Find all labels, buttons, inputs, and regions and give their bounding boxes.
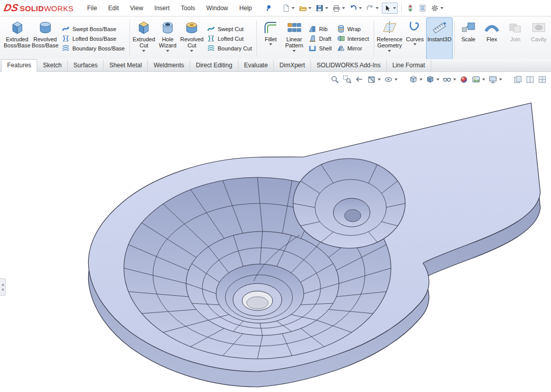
menu-tools[interactable]: Tools	[175, 0, 201, 16]
undo-dropdown-caret[interactable]	[359, 7, 362, 9]
tab-surfaces[interactable]: Surfaces	[68, 60, 103, 71]
tab-solidworks-add-ins[interactable]: SOLIDWORKS Add-Ins	[311, 60, 386, 71]
fillet-caret[interactable]	[269, 43, 272, 45]
boundary-cut-button[interactable]: Boundary Cut	[207, 44, 252, 52]
annotation-views-button[interactable]	[383, 74, 399, 85]
cavity-button[interactable]: Cavity	[527, 18, 550, 59]
tab-dimxpert[interactable]: DimXpert	[274, 60, 311, 71]
scale-label: Scale	[461, 36, 476, 42]
tab-evaluate[interactable]: Evaluate	[239, 60, 274, 71]
previous-view-button[interactable]	[354, 74, 365, 85]
hide-show-items-button[interactable]	[441, 74, 457, 85]
redo-dropdown-caret[interactable]	[376, 7, 379, 9]
wrap-button[interactable]: Wrap	[337, 25, 369, 33]
instant3d-button[interactable]: Instant3D	[427, 18, 452, 59]
revolved-boss-base-button[interactable]: Revolved Boss/Base	[31, 18, 59, 59]
new-dropdown-caret[interactable]	[292, 7, 295, 9]
reference-geometry-caret[interactable]	[388, 50, 391, 52]
zoom-to-fit-button[interactable]	[329, 74, 340, 85]
apply-scene-caret[interactable]	[482, 79, 485, 81]
collapsed-panel-tab[interactable]	[0, 278, 6, 296]
save-button[interactable]	[314, 3, 329, 13]
rebuild-button[interactable]	[405, 3, 415, 13]
part-3d-model[interactable]	[0, 72, 551, 392]
menu-window[interactable]: Window	[201, 0, 234, 16]
menu-help[interactable]: Help	[234, 0, 258, 16]
draft-button[interactable]: Draft	[308, 35, 331, 42]
apply-scene-button[interactable]	[470, 74, 486, 85]
edit-appearance-button[interactable]	[458, 74, 469, 85]
lofted-cut-button[interactable]: Lofted Cut	[207, 35, 252, 42]
save-dropdown-caret[interactable]	[325, 7, 328, 9]
menu-file[interactable]: File	[82, 0, 102, 16]
swept-boss-base-button[interactable]: Swept Boss/Base	[62, 25, 125, 33]
join-button[interactable]: Join	[504, 18, 527, 59]
view-settings-caret[interactable]	[499, 79, 502, 81]
redo-button[interactable]	[365, 3, 380, 13]
options-dropdown-caret[interactable]	[440, 7, 443, 9]
curves-icon	[407, 20, 423, 35]
select-button[interactable]	[382, 3, 398, 14]
view-orientation-caret[interactable]	[419, 79, 423, 81]
curves-button[interactable]: Curves	[403, 18, 427, 59]
linear-pattern-caret[interactable]	[293, 50, 296, 52]
curves-caret[interactable]	[413, 43, 416, 45]
revolved-cut-button[interactable]: Revolved Cut	[179, 18, 204, 59]
shell-button[interactable]: Shell	[308, 44, 331, 52]
tab-line-format[interactable]: Line Format	[387, 60, 431, 71]
reference-geometry-label: Reference Geometry	[377, 36, 403, 49]
rib-button[interactable]: Rib	[308, 25, 331, 33]
extruded-boss-base-button[interactable]: Extruded Boss/Base	[3, 18, 31, 59]
scale-button[interactable]: Scale	[457, 18, 480, 59]
display-style-caret[interactable]	[436, 79, 439, 81]
annotation-views-caret[interactable]	[395, 79, 398, 81]
undo-button[interactable]	[348, 3, 363, 13]
extruded-cut-caret[interactable]	[142, 50, 145, 52]
boundary-boss-base-button[interactable]: Boundary Boss/Base	[62, 44, 125, 52]
view-orientation-button[interactable]	[408, 74, 424, 85]
command-manager-ribbon: Extruded Boss/Base Revolved Boss/Base Sw…	[0, 16, 551, 59]
mirror-button[interactable]: Mirror	[337, 44, 369, 52]
menu-edit[interactable]: Edit	[102, 0, 124, 16]
hide-show-items-caret[interactable]	[453, 79, 456, 81]
pane-display-3-button[interactable]	[537, 74, 548, 85]
menu-view[interactable]: View	[124, 0, 149, 16]
hole-wizard-caret[interactable]	[166, 50, 169, 52]
options-button[interactable]	[430, 3, 444, 13]
graphics-viewport[interactable]	[0, 72, 551, 392]
flex-button[interactable]: Flex	[480, 18, 504, 59]
intersect-button[interactable]: Intersect	[337, 35, 369, 42]
tab-sheet-metal[interactable]: Sheet Metal	[103, 60, 148, 71]
tab-weldments[interactable]: Weldments	[148, 60, 190, 71]
open-dropdown-caret[interactable]	[308, 7, 311, 9]
pane-display-1-button[interactable]	[512, 74, 523, 85]
swept-cut-button[interactable]: Swept Cut	[207, 25, 252, 33]
reference-geometry-button[interactable]: Reference Geometry	[376, 18, 403, 59]
view-settings-button[interactable]	[487, 74, 503, 85]
linear-pattern-button[interactable]: Linear Pattern	[282, 18, 306, 59]
menu-insert[interactable]: Insert	[149, 0, 175, 16]
lofted-boss-base-button[interactable]: Lofted Boss/Base	[62, 35, 125, 42]
select-dropdown-caret[interactable]	[393, 7, 396, 9]
extruded-cut-button[interactable]: Extruded Cut	[132, 18, 156, 59]
fillet-button[interactable]: Fillet	[259, 18, 282, 59]
task-pane-button[interactable]	[417, 3, 428, 13]
print-dropdown-caret[interactable]	[342, 7, 345, 9]
tab-features[interactable]: Features	[1, 59, 37, 72]
ribbon-separator	[374, 21, 374, 56]
pane-display-2-button[interactable]	[524, 74, 536, 85]
tab-sketch[interactable]: Sketch	[37, 60, 68, 71]
new-document-button[interactable]	[281, 3, 296, 13]
menu-pin-button[interactable]	[265, 5, 272, 12]
section-view-button[interactable]	[366, 74, 382, 85]
boundary-boss-icon	[62, 44, 70, 52]
hole-wizard-button[interactable]: Hole Wizard	[156, 18, 179, 59]
tab-direct-editing[interactable]: Direct Editing	[190, 60, 238, 71]
print-button[interactable]	[331, 3, 346, 13]
section-view-caret[interactable]	[378, 79, 381, 81]
open-button[interactable]	[298, 3, 312, 13]
hole-wizard-label: Hole Wizard	[159, 36, 176, 49]
revolved-cut-caret[interactable]	[190, 50, 193, 52]
zoom-to-area-button[interactable]	[342, 74, 353, 85]
display-style-button[interactable]	[425, 74, 440, 85]
